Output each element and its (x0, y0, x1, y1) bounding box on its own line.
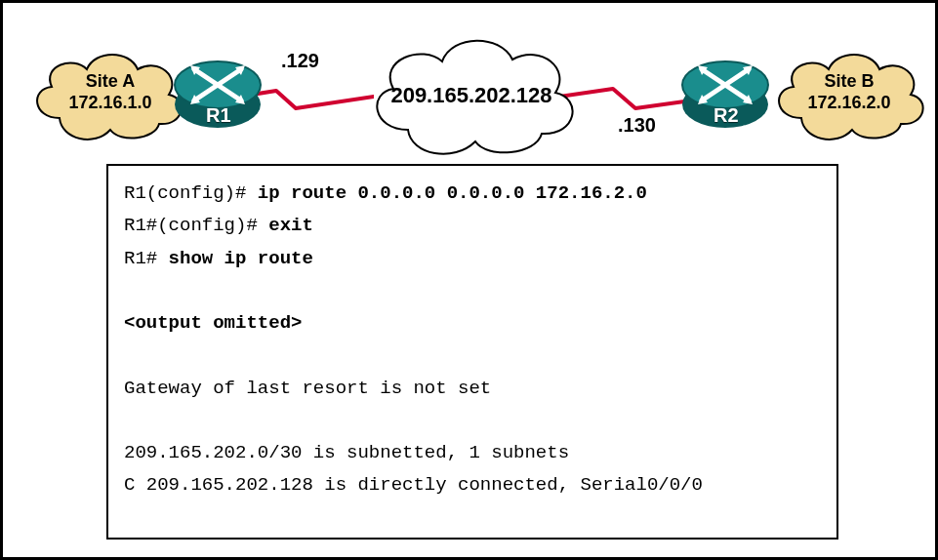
site-b-name: Site B (824, 71, 874, 91)
router-r2-label: R2 (714, 104, 739, 127)
ip-label-r1: .129 (281, 50, 319, 72)
router-r1-label: R1 (206, 104, 231, 127)
site-a-name: Site A (86, 71, 135, 91)
cli-l3-prompt: R1# (124, 248, 169, 269)
cli-gateway: Gateway of last resort is not set (124, 378, 491, 399)
router-r1: R1 (169, 50, 255, 122)
cli-output: R1(config)# ip route 0.0.0.0 0.0.0.0 172… (106, 164, 838, 540)
router-r2: R2 (676, 50, 762, 122)
cli-subnetted: 209.165.202.0/30 is subnetted, 1 subnets (124, 442, 569, 463)
cloud-label-site-a: Site A 172.16.1.0 (57, 71, 164, 113)
cli-l2-prompt: R1#(config)# (124, 215, 268, 236)
cli-l1-prompt: R1(config)# (124, 182, 258, 204)
cli-connected: C 209.165.202.128 is directly connected,… (124, 474, 703, 496)
figure-container: Site A 172.16.1.0 (0, 0, 938, 560)
cli-omitted: <output omitted> (124, 312, 302, 334)
ip-label-r2: .130 (618, 114, 656, 137)
cli-l2-cmd: exit (268, 215, 313, 236)
network-diagram: Site A 172.16.1.0 (13, 11, 920, 157)
cloud-label-site-b: Site B 172.16.2.0 (795, 71, 903, 113)
site-a-subnet: 172.16.1.0 (68, 93, 151, 112)
cli-l1-cmd: ip route 0.0.0.0 0.0.0.0 172.16.2.0 (258, 182, 647, 204)
wan-network-label: 209.165.202.128 (384, 83, 559, 108)
cli-l3-cmd: show ip route (169, 248, 313, 269)
site-b-subnet: 172.16.2.0 (807, 93, 890, 112)
